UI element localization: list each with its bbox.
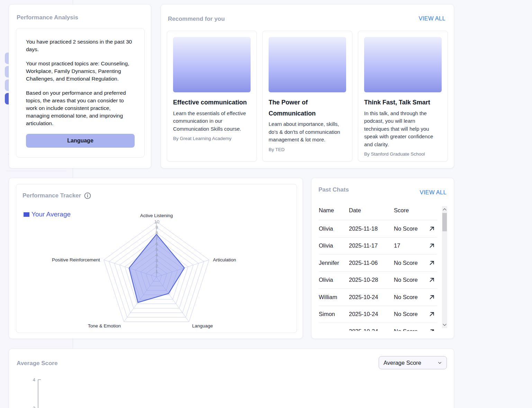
svg-text:Articulation: Articulation xyxy=(213,257,236,262)
chat-date: 2025-11-18 xyxy=(349,225,394,232)
table-header: Name Date Score xyxy=(319,207,437,220)
performance-tracker-card: Performance Tracker Your Average 1234567… xyxy=(9,178,303,339)
chat-date: 2025-10-24 xyxy=(349,311,394,317)
arrow-up-right-icon xyxy=(429,260,435,266)
course-title: The Power of Communication xyxy=(269,97,346,119)
analysis-paragraph: Your most practiced topics are: Counseli… xyxy=(26,60,135,83)
past-chats-table: Name Date Score Olivia 2025-11-18 No Sco… xyxy=(319,207,437,331)
course-description: Learn the essentials of effective commun… xyxy=(173,110,251,133)
arrow-up-right-icon xyxy=(429,242,435,249)
svg-text:Language: Language xyxy=(192,323,213,328)
chat-date: 2025-11-06 xyxy=(349,260,394,266)
course-author: By Great Learning Academy xyxy=(173,136,251,141)
svg-text:2: 2 xyxy=(155,263,158,269)
sidebar-divider xyxy=(6,171,66,171)
table-row: William 2025-10-24 No Score xyxy=(319,289,437,306)
past-chats-title: Past Chats xyxy=(318,186,349,193)
svg-text:3: 3 xyxy=(155,258,158,263)
performance-analysis-body: You have practiced 2 sessions in the pas… xyxy=(16,28,145,158)
open-chat-button[interactable] xyxy=(426,275,437,286)
arrow-up-right-icon xyxy=(429,311,435,317)
open-chat-button[interactable] xyxy=(426,240,437,251)
average-score-chart-axis: 43 xyxy=(23,374,127,408)
course-description: Learn about importance, skills, do's & d… xyxy=(269,120,346,144)
recommend-card: Recommend for you VIEW ALL Effective com… xyxy=(161,4,454,168)
course-author: By Stanford Graduate School xyxy=(364,151,442,157)
chat-date: 2025-10-24 xyxy=(349,328,394,331)
svg-text:10: 10 xyxy=(154,219,159,224)
chat-name: Olivia xyxy=(319,225,349,232)
svg-text:3: 3 xyxy=(33,406,35,408)
course-title: Think Fast, Talk Smart xyxy=(364,97,442,108)
chevron-down-icon xyxy=(438,361,442,365)
scrollbar-thumb[interactable] xyxy=(442,213,447,231)
arrow-up-right-icon xyxy=(429,328,435,331)
average-score-card: Average Score Average Score 43 xyxy=(9,349,454,408)
arrow-up-right-icon xyxy=(429,294,435,300)
chat-score: No Score xyxy=(394,294,426,300)
average-score-select-value: Average Score xyxy=(384,360,421,366)
table-row: Olivia 2025-10-28 No Score xyxy=(319,272,437,289)
course-description: In this talk, and through the podcast, y… xyxy=(364,110,442,149)
svg-text:6: 6 xyxy=(155,241,158,247)
performance-tracker-body: Performance Tracker Your Average 1234567… xyxy=(16,184,297,333)
recommendation-card[interactable]: Think Fast, Talk Smart In this talk, and… xyxy=(358,31,448,161)
radar-chart: 12345678910Active ListeningArticulationL… xyxy=(16,184,297,333)
table-row: Olivia 2025-11-17 17 xyxy=(319,238,437,255)
table-scrollbar[interactable] xyxy=(442,206,447,328)
svg-text:4: 4 xyxy=(33,377,35,382)
chat-name: Jennifer xyxy=(319,260,349,266)
svg-text:Tone & Emotion: Tone & Emotion xyxy=(88,323,121,328)
chat-score: No Score xyxy=(394,311,426,317)
performance-analysis-title: Performance Analysis xyxy=(17,14,78,21)
table-row: Olivia 2025-11-18 No Score xyxy=(319,220,437,238)
chat-name: Simon xyxy=(319,311,349,317)
column-header-name: Name xyxy=(319,207,349,214)
performance-analysis-card: Performance Analysis You have practiced … xyxy=(9,4,151,168)
chat-date: 2025-10-24 xyxy=(349,294,394,300)
svg-text:4: 4 xyxy=(155,252,158,258)
course-author: By TED xyxy=(269,147,346,152)
table-row: 2025-10-24 No Score xyxy=(319,323,437,331)
scroll-down-icon[interactable] xyxy=(442,322,447,327)
recommend-view-all-link[interactable]: VIEW ALL xyxy=(418,15,445,22)
chat-score: No Score xyxy=(394,225,426,232)
course-thumbnail xyxy=(173,37,251,92)
column-header-date: Date xyxy=(349,207,394,214)
chat-score: No Score xyxy=(394,328,426,331)
scroll-up-icon[interactable] xyxy=(442,207,447,212)
open-chat-button[interactable] xyxy=(426,223,437,234)
chat-date: 2025-11-17 xyxy=(349,242,394,249)
recommendation-card[interactable]: The Power of Communication Learn about i… xyxy=(262,31,352,161)
column-header-score: Score xyxy=(394,207,437,214)
table-row: Simon 2025-10-24 No Score xyxy=(319,306,437,323)
recommend-title: Recommend for you xyxy=(168,16,225,22)
svg-text:Active Listening: Active Listening xyxy=(140,213,173,218)
analysis-paragraph: You have practiced 2 sessions in the pas… xyxy=(26,38,135,53)
open-chat-button[interactable] xyxy=(426,326,437,331)
arrow-up-right-icon xyxy=(429,277,435,283)
course-thumbnail xyxy=(269,37,346,92)
svg-text:5: 5 xyxy=(155,247,158,252)
chat-score: 17 xyxy=(394,242,426,249)
chat-name: William xyxy=(319,294,349,300)
recommendation-card[interactable]: Effective communication Learn the essent… xyxy=(167,31,257,161)
average-score-select[interactable]: Average Score xyxy=(379,356,447,369)
analysis-paragraph: Based on your performance and preferred … xyxy=(26,89,135,127)
open-chat-button[interactable] xyxy=(426,257,437,268)
chat-name: Olivia xyxy=(319,277,349,283)
svg-text:8: 8 xyxy=(155,230,158,235)
svg-text:7: 7 xyxy=(155,236,158,241)
past-chats-view-all-link[interactable]: VIEW ALL xyxy=(420,189,447,196)
svg-text:Positive Reinforcement: Positive Reinforcement xyxy=(52,257,100,262)
chat-date: 2025-10-28 xyxy=(349,277,394,283)
open-chat-button[interactable] xyxy=(426,291,437,303)
language-button[interactable]: Language xyxy=(26,134,135,148)
course-thumbnail xyxy=(364,37,442,92)
chat-name: Olivia xyxy=(319,242,349,249)
course-title: Effective communication xyxy=(173,97,251,108)
past-chats-card: Past Chats VIEW ALL Name Date Score Oliv… xyxy=(311,178,454,339)
chat-score: No Score xyxy=(394,277,426,283)
open-chat-button[interactable] xyxy=(426,309,437,320)
arrow-up-right-icon xyxy=(429,225,435,232)
